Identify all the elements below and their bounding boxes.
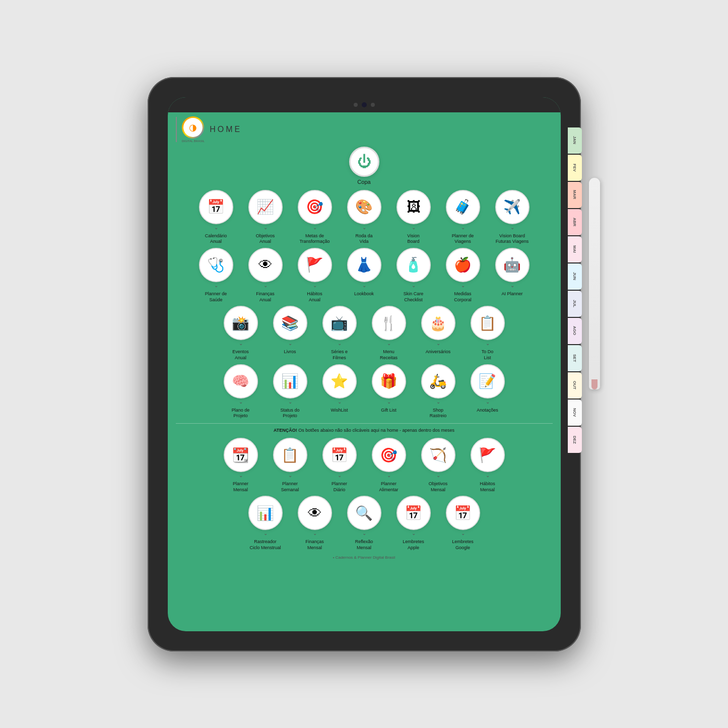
icon-btn-planner-diario[interactable]: 📅 [322,438,357,472]
icon-btn-shop-rastreio[interactable]: 🛵 [421,364,455,399]
icon-item-calendario-anual[interactable]: 📅Calendário Anual [194,190,238,245]
icon-item-metas-transformacao[interactable]: 🎯Metas de Transformação [293,190,337,245]
icon-btn-financas-mensal[interactable]: 👁 [298,496,332,530]
icon-label-planner-diario: Planner Diário [332,481,347,493]
tab-jun[interactable]: JUN [568,263,582,290]
icon-label-metas-transformacao: Metas de Transformação [299,233,329,245]
icon-btn-lookbook[interactable]: 👗 [347,248,381,282]
icon-label-habitos-mensal: Hábitos Mensal [480,481,495,493]
icon-btn-financas-anual[interactable]: 👁 [248,248,283,282]
icon-item-anotacoes[interactable]: 📝Anotações [466,364,510,419]
icon-item-plano-projeto[interactable]: 🧠Plano de Projeto [219,364,263,419]
icon-btn-planner-alimentar[interactable]: 🎯 [372,438,406,472]
icon-item-livros[interactable]: 📚Livros [268,306,312,361]
icon-btn-skin-care[interactable]: 🧴 [396,248,431,282]
icon-btn-medidas-corporal[interactable]: 🍎 [446,248,480,282]
icon-item-planner-semanal[interactable]: 📋Planner Semanal [268,438,312,493]
icon-btn-vision-board-futuras[interactable]: ✈️ [495,190,530,224]
icon-item-reflexao-mensal[interactable]: 🔍Reflexão Mensal [342,496,386,551]
icon-item-status-projeto[interactable]: 📊Status do Projeto [268,364,312,419]
icon-btn-livros[interactable]: 📚 [273,306,307,340]
icon-item-skin-care[interactable]: 🧴Skin Care Checklist [391,248,436,303]
tab-mai[interactable]: MAI [568,236,582,262]
copa-button[interactable]: ⏻ [349,147,379,177]
icon-btn-plano-projeto[interactable]: 🧠 [224,364,258,399]
tab-jan[interactable]: JAN [568,127,582,154]
tab-abr[interactable]: ABR [568,209,582,235]
icon-btn-metas-transformacao[interactable]: 🎯 [298,190,332,224]
icon-btn-todo-list[interactable]: 📋 [471,306,505,340]
icon-item-vision-board-futuras[interactable]: ✈️Vision Board Futuras Viagens [490,190,535,245]
tab-nov[interactable]: NOV [568,400,582,426]
icon-btn-eventos-anual[interactable]: 📸 [224,306,258,340]
tab-set[interactable]: SET [568,345,582,371]
icon-btn-aniversarios[interactable]: 🎂 [421,306,455,340]
icon-item-wishlist[interactable]: ⭐WishList [317,364,362,419]
icon-item-objetivos-anual[interactable]: 📈Objetivos Anual [243,190,288,245]
icon-item-lembretes-google[interactable]: 📅Lembretes Google [441,496,485,551]
icon-item-ai-planner[interactable]: 🤖AI Planner [490,248,535,303]
icon-btn-planner-saude[interactable]: 🩺 [199,248,233,282]
icon-btn-roda-vida[interactable]: 🎨 [347,190,381,224]
device-frame: JANFEVMARABRMAIJUNJULAGOSETOUTNOVDEZ ◑ D… [148,77,581,651]
icon-item-shop-rastreio[interactable]: 🛵Shop Rastreio [416,364,460,419]
icon-btn-lembretes-apple[interactable]: 📅 [396,496,431,530]
icon-item-aniversarios[interactable]: 🎂Aniversários [416,306,460,361]
icon-btn-objetivos-anual[interactable]: 📈 [248,190,283,224]
icon-item-financas-mensal[interactable]: 👁Finanças Mensal [293,496,337,551]
icon-btn-ai-planner[interactable]: 🤖 [495,248,530,282]
icon-btn-menu-receitas[interactable]: 🍴 [372,306,406,340]
icon-btn-objetivos-mensal[interactable]: 🏹 [421,438,455,472]
icon-item-planner-saude[interactable]: 🩺Planner de Saúde [194,248,238,303]
icon-item-planner-mensal[interactable]: 📆Planner Mensal [219,438,263,493]
icon-item-eventos-anual[interactable]: 📸Eventos Anual [219,306,263,361]
tab-dez[interactable]: DEZ [568,427,582,453]
icon-btn-wishlist[interactable]: ⭐ [322,364,357,399]
icon-item-planner-alimentar[interactable]: 🎯Planner Alimentar [367,438,411,493]
icon-btn-gift-list[interactable]: 🎁 [372,364,406,399]
icon-item-series-filmes[interactable]: 📺Séries e Filmes [317,306,362,361]
icon-btn-lembretes-google[interactable]: 📅 [446,496,480,530]
icon-label-objetivos-mensal: Objetivos Mensal [429,481,448,493]
icon-btn-habitos-mensal[interactable]: 🚩 [471,438,505,472]
icon-row-1: 📅Calendário Anual📈Objetivos Anual🎯Metas … [176,190,553,245]
icon-item-todo-list[interactable]: 📋To Do List [466,306,510,361]
icon-btn-calendario-anual[interactable]: 📅 [199,190,233,224]
icon-item-vision-board[interactable]: 🖼Vision Board [391,190,436,245]
icon-item-planner-diario[interactable]: 📅Planner Diário [317,438,362,493]
icon-item-habitos-mensal[interactable]: 🚩Hábitos Mensal [466,438,510,493]
icon-item-rastreador-ciclo[interactable]: 📊Rastreador Ciclo Menstrual [243,496,288,551]
icon-label-plano-projeto: Plano de Projeto [232,408,250,419]
icon-item-financas-anual[interactable]: 👁Finanças Anual [243,248,288,303]
icon-btn-reflexao-mensal[interactable]: 🔍 [347,496,381,530]
tab-mar[interactable]: MAR [568,182,582,208]
tab-fev[interactable]: FEV [568,155,582,181]
icon-btn-vision-board[interactable]: 🖼 [396,190,431,224]
icon-btn-planner-mensal[interactable]: 📆 [224,438,258,472]
icon-btn-planner-semanal[interactable]: 📋 [273,438,307,472]
icon-row-4: 🧠Plano de Projeto📊Status do Projeto⭐Wish… [176,364,553,419]
icon-btn-planner-viagens[interactable]: 🧳 [446,190,480,224]
icon-label-livros: Livros [284,349,296,355]
icon-item-medidas-corporal[interactable]: 🍎Medidas Corporal [441,248,485,303]
tab-jul[interactable]: JUL [568,291,582,317]
icon-label-skin-care: Skin Care Checklist [404,291,424,303]
icon-btn-habitos-anual[interactable]: 🚩 [298,248,332,282]
tab-ago[interactable]: AGO [568,318,582,344]
tab-out[interactable]: OUT [568,372,582,399]
icon-item-roda-vida[interactable]: 🎨Roda da Vida [342,190,386,245]
warning-body: Os botões abaixo não são clicáveis aqui … [297,428,454,433]
icon-btn-series-filmes[interactable]: 📺 [322,306,357,340]
logo-circle: ◑ [182,116,204,139]
icon-btn-status-projeto[interactable]: 📊 [273,364,307,399]
icon-item-habitos-anual[interactable]: 🚩Hábitos Anual [293,248,337,303]
icon-btn-rastreador-ciclo[interactable]: 📊 [248,496,283,530]
icon-item-planner-viagens[interactable]: 🧳Planner de Viagens [441,190,485,245]
icon-item-objetivos-mensal[interactable]: 🏹Objetivos Mensal [416,438,460,493]
icon-item-lembretes-apple[interactable]: 📅Lembretes Apple [391,496,436,551]
icon-item-gift-list[interactable]: 🎁Gift List [367,364,411,419]
icon-btn-anotacoes[interactable]: 📝 [471,364,505,399]
icon-label-lembretes-google: Lembretes Google [452,539,474,551]
icon-item-menu-receitas[interactable]: 🍴Menu Receitas [367,306,411,361]
icon-item-lookbook[interactable]: 👗Lookbook [342,248,386,303]
